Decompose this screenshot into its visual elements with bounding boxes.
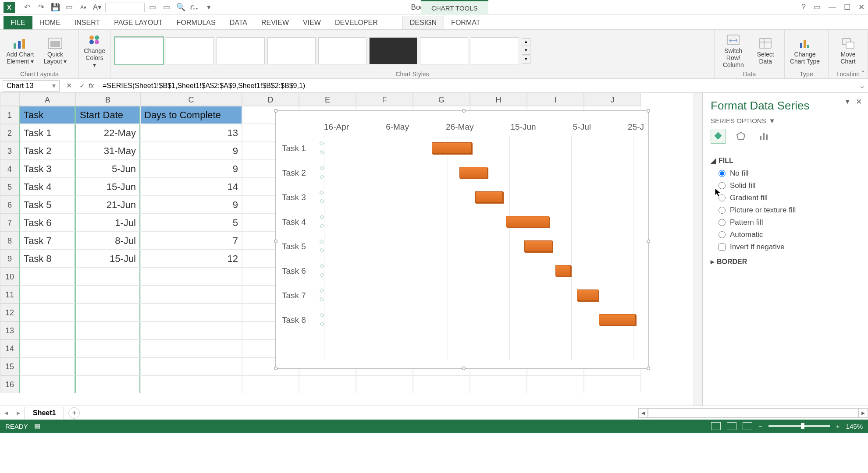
row-header-1[interactable]: 1 [0,106,19,124]
change-colors-button[interactable]: Change Colors ▾ [83,33,106,68]
tab-home[interactable]: HOME [32,16,68,29]
qat-combo[interactable] [105,3,145,12]
cell-A9[interactable]: Task 8 [19,250,75,268]
chart-style-5[interactable] [318,37,366,64]
cell-C11[interactable] [140,286,242,304]
chart-bar[interactable] [599,314,636,325]
border-section-toggle[interactable]: ▸BORDER [711,258,860,266]
solid-fill-option[interactable]: Solid fill [719,181,860,190]
fx-icon[interactable]: fx [89,82,100,90]
cell-B14[interactable] [75,339,140,357]
name-box[interactable]: Chart 13▾ [3,80,60,92]
formula-input[interactable]: =SERIES(Sheet1!$B$1,Sheet1!$A$2:$A$9,She… [100,82,856,90]
chart-bar[interactable] [506,216,549,227]
fill-line-tab[interactable] [711,129,726,144]
redo-button[interactable]: ↷ [35,1,47,14]
cell-A5[interactable]: Task 4 [19,178,75,196]
cell-A4[interactable]: Task 3 [19,160,75,178]
sheet-nav-prev[interactable]: ◂ [0,409,12,417]
chart-style-1[interactable] [115,37,163,64]
tab-data[interactable]: DATA [223,16,254,29]
chart-style-2[interactable] [166,37,214,64]
page-layout-view-button[interactable] [727,422,736,430]
cell-A16[interactable] [19,375,75,393]
cell-C8[interactable]: 7 [140,232,242,250]
col-header-H[interactable]: H [470,93,527,106]
col-header-I[interactable]: I [527,93,584,106]
cell-B16[interactable] [75,375,140,393]
ribbon-options-button[interactable]: ▭ [814,3,821,12]
col-header-C[interactable]: C [140,93,242,106]
row-header-16[interactable]: 16 [0,375,19,393]
col-header-J[interactable]: J [584,93,641,106]
switch-row-column-button[interactable]: Switch Row/ Column [719,33,748,68]
change-chart-type-button[interactable]: Change Chart Type [789,37,821,65]
no-fill-option[interactable]: No fill [719,169,860,178]
new-sheet-button[interactable]: + [68,407,80,419]
cell-B6[interactable]: 21-Jun [75,196,140,214]
cell-B5[interactable]: 15-Jun [75,178,140,196]
row-header-12[interactable]: 12 [0,304,19,321]
cell-B7[interactable]: 1-Jul [75,214,140,232]
qat-button-2[interactable]: ▭ [146,1,159,14]
sheet-tab-sheet1[interactable]: Sheet1 [25,407,64,419]
cell-C4[interactable]: 9 [140,160,242,178]
col-header-B[interactable]: B [75,93,140,106]
normal-view-button[interactable] [711,422,721,430]
font-inc-button[interactable]: A▾ [91,1,103,14]
qat-button-3[interactable]: ▭ [160,1,173,14]
move-chart-button[interactable]: Move Chart [833,37,863,65]
cell-empty[interactable] [413,375,470,393]
chart-bar[interactable] [475,191,503,203]
row-header-15[interactable]: 15 [0,357,19,375]
worksheet-area[interactable]: ABCDEFGHIJ1TaskStart DateDays to Complet… [0,93,702,406]
zoom-slider[interactable] [768,425,830,427]
macro-record-icon[interactable]: ▦ [34,422,40,430]
row-header-14[interactable]: 14 [0,339,19,357]
select-all-cell[interactable] [0,93,19,106]
chart-bar[interactable] [459,167,487,178]
cell-A13[interactable] [19,321,75,339]
row-header-10[interactable]: 10 [0,268,19,286]
cell-B3[interactable]: 31-May [75,142,140,160]
undo-button[interactable]: ↶ [21,1,33,14]
save-button[interactable]: 💾 [49,1,61,14]
cell-C14[interactable] [140,339,242,357]
cell-B10[interactable] [75,268,140,286]
qat-button-5[interactable]: ⎌▾ [189,1,201,14]
tab-insert[interactable]: INSERT [68,16,107,29]
chart-bar[interactable] [432,142,472,154]
tab-developer[interactable]: DEVELOPER [328,16,385,29]
cell-A10[interactable] [19,268,75,286]
embedded-chart[interactable]: 16-Apr6-May26-May15-Jun5-Jul25-J Task 1 … [275,110,649,369]
row-header-6[interactable]: 6 [0,196,19,214]
cell-C9[interactable]: 12 [140,250,242,268]
cell-A11[interactable] [19,286,75,304]
cell-empty[interactable] [527,375,584,393]
chart-bar[interactable] [555,265,571,276]
chart-style-7[interactable] [420,37,468,64]
fill-section-toggle[interactable]: ◢FILL [711,156,860,165]
col-header-A[interactable]: A [19,93,75,106]
cell-empty[interactable] [584,375,641,393]
row-header-11[interactable]: 11 [0,286,19,304]
gradient-fill-option[interactable]: Gradient fill [719,194,860,202]
automatic-fill-option[interactable]: Automatic [719,230,860,239]
zoom-in-button[interactable]: + [836,423,840,430]
sheet-nav-next[interactable]: ▸ [12,409,25,417]
series-options-dropdown[interactable]: SERIES OPTIONS▼ [711,117,860,124]
cell-A8[interactable]: Task 7 [19,232,75,250]
chart-bar[interactable] [524,240,552,252]
cell-A15[interactable] [19,357,75,375]
tab-formulas[interactable]: FORMULAS [170,16,223,29]
row-header-7[interactable]: 7 [0,214,19,232]
row-header-8[interactable]: 8 [0,232,19,250]
styles-scroll-up[interactable]: ▴ [522,38,530,46]
enter-formula-button[interactable]: ✓ [75,81,89,90]
chart-style-6[interactable] [369,37,417,64]
cell-empty[interactable] [356,375,413,393]
cell-empty[interactable] [299,375,356,393]
close-button[interactable]: ✕ [858,3,864,12]
col-header-E[interactable]: E [299,93,356,106]
series-options-tab[interactable] [756,129,771,144]
